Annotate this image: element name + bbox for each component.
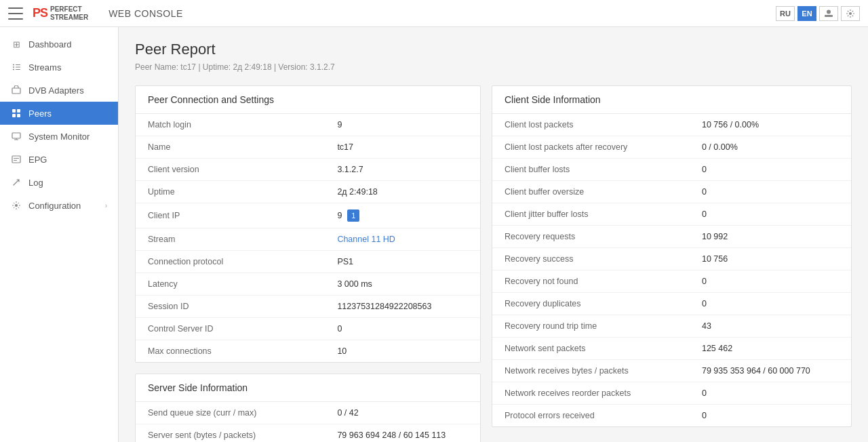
svg-point-1 [827, 9, 831, 14]
sidebar-label-peers: Peers [28, 108, 107, 119]
svg-rect-14 [12, 133, 20, 138]
table-row: Client lost packets10 756 / 0.00% [492, 114, 851, 136]
system-monitor-icon [11, 131, 22, 142]
row-value: 0 [690, 405, 851, 427]
table-row: Nametc17 [136, 136, 480, 159]
svg-rect-17 [14, 160, 17, 161]
table-row: Client IP91 [136, 203, 480, 228]
table-row: Client lost packets after recovery0 / 0.… [492, 136, 851, 159]
svg-point-4 [13, 66, 14, 68]
stream-link[interactable]: Channel 11 HD [337, 235, 395, 244]
menu-icon[interactable] [8, 7, 23, 20]
configuration-arrow-icon: › [105, 202, 107, 209]
row-value: PS1 [325, 251, 480, 273]
row-value[interactable]: 91 [325, 203, 480, 228]
table-row: Uptime2д 2:49:18 [136, 181, 480, 203]
svg-rect-8 [16, 69, 20, 70]
row-label: Client buffer oversize [492, 181, 690, 203]
server-side-header: Server Side Information [136, 374, 480, 402]
epg-icon [11, 154, 22, 165]
table-row: Recovery round trip time43 [492, 315, 851, 338]
row-value: 2д 2:49:18 [325, 181, 480, 203]
row-label: Match login [136, 114, 325, 136]
table-row: Client buffer oversize0 [492, 181, 851, 203]
lang-ru-button[interactable]: RU [776, 6, 795, 21]
sidebar-item-streams[interactable]: Streams [0, 56, 118, 79]
row-label: Client version [136, 159, 325, 181]
table-row: Recovery duplicates0 [492, 293, 851, 315]
sidebar-label-streams: Streams [28, 62, 107, 73]
row-value: 3 000 ms [325, 273, 480, 296]
row-value: 10 756 [690, 248, 851, 270]
table-row: Network receives reorder packets0 [492, 382, 851, 405]
table-row: Control Server ID0 [136, 318, 480, 340]
dashboard-icon: ⊞ [11, 39, 22, 49]
table-row: Send queue size (curr / max)0 / 42 [136, 402, 480, 424]
table-row: Max connections10 [136, 340, 480, 363]
row-value: 10 [325, 340, 480, 363]
table-row: Network sent packets125 462 [492, 338, 851, 360]
client-side-table: Client lost packets10 756 / 0.00%Client … [492, 114, 851, 426]
sidebar-label-system-monitor: System Monitor [28, 132, 107, 142]
svg-rect-9 [12, 88, 20, 94]
svg-rect-0 [825, 15, 833, 17]
table-row: Network receives bytes / packets79 935 3… [492, 360, 851, 382]
row-value: 10 756 / 0.00% [690, 114, 851, 136]
sidebar-item-dashboard[interactable]: ⊞ Dashboard [0, 33, 118, 56]
svg-rect-13 [17, 114, 20, 117]
row-label: Recovery requests [492, 226, 690, 248]
client-side-header: Client Side Information [492, 86, 851, 114]
sidebar-label-configuration: Configuration [28, 201, 98, 211]
row-value: 0 [690, 382, 851, 405]
svg-point-5 [13, 69, 14, 71]
table-row: Client version3.1.2.7 [136, 159, 480, 181]
svg-rect-6 [16, 64, 20, 65]
svg-point-18 [15, 204, 18, 207]
row-value: 9 [325, 114, 480, 136]
topbar: PS PERFECT STREAMER WEB CONSOLE RU EN [0, 0, 868, 27]
table-row: Client jitter buffer losts0 [492, 203, 851, 226]
row-value: 11237531284922208563 [325, 296, 480, 318]
sidebar-item-epg[interactable]: EPG [0, 148, 118, 171]
server-side-card: Server Side Information Send queue size … [135, 374, 481, 442]
settings-icon-button[interactable] [841, 6, 860, 21]
sidebar-item-configuration[interactable]: Configuration › [0, 194, 118, 217]
row-value: 10 992 [690, 226, 851, 248]
row-value: 0 / 42 [325, 402, 480, 424]
svg-rect-15 [12, 156, 20, 163]
row-value: tc17 [325, 136, 480, 159]
sidebar-item-log[interactable]: Log [0, 171, 118, 194]
user-icon-button[interactable] [819, 6, 838, 21]
sidebar-item-system-monitor[interactable]: System Monitor [0, 125, 118, 148]
logo-text: PERFECT STREAMER [50, 5, 88, 22]
ip-badge[interactable]: 1 [347, 209, 359, 222]
row-value: 79 935 353 964 / 60 000 770 [690, 360, 851, 382]
sidebar-label-epg: EPG [28, 155, 107, 165]
row-value: 79 963 694 248 / 60 145 113 [325, 424, 480, 443]
row-label: Network receives bytes / packets [492, 360, 690, 382]
sidebar-label-dvb: DVB Adapters [28, 85, 107, 96]
topbar-actions: RU EN [776, 6, 860, 21]
peers-icon [11, 108, 22, 119]
right-column: Client Side Information Client lost pack… [492, 85, 852, 427]
row-label: Server sent (bytes / packets) [136, 424, 325, 443]
logo: PS PERFECT STREAMER [33, 5, 88, 22]
dvb-icon [11, 85, 22, 96]
row-value: 0 / 0.00% [690, 136, 851, 159]
row-value[interactable]: Channel 11 HD [325, 228, 480, 251]
table-row: Recovery requests10 992 [492, 226, 851, 248]
row-value: 0 [690, 159, 851, 181]
svg-point-2 [849, 12, 852, 15]
row-label: Network receives reorder packets [492, 382, 690, 405]
row-value: 43 [690, 315, 851, 338]
sidebar-item-dvb[interactable]: DVB Adapters [0, 79, 118, 102]
row-value: 0 [325, 318, 480, 340]
table-row: Protocol errors received0 [492, 405, 851, 427]
sidebar-item-peers[interactable]: Peers [0, 102, 118, 125]
table-row: Session ID11237531284922208563 [136, 296, 480, 318]
sidebar-label-dashboard: Dashboard [28, 39, 107, 49]
row-label: Client lost packets after recovery [492, 136, 690, 159]
main-layout: ⊞ Dashboard Streams DVB Adapters Peers [0, 27, 868, 442]
logo-ps: PS [33, 6, 47, 20]
lang-en-button[interactable]: EN [797, 6, 816, 21]
